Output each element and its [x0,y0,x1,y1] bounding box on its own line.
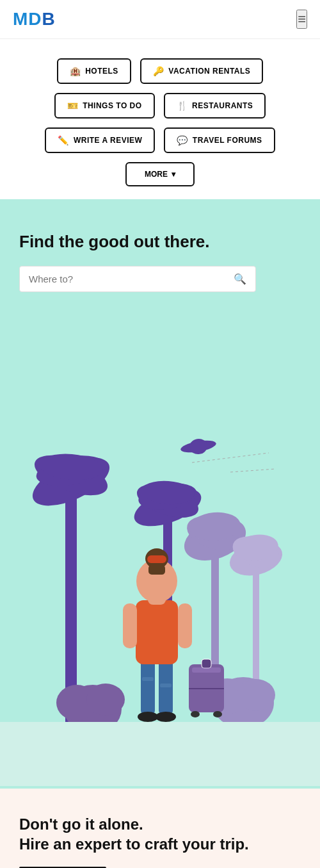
menu-button[interactable]: ≡ [296,10,307,29]
svg-rect-10 [253,562,259,684]
promo-title: Don't go it alone.Hire an expert to craf… [19,814,301,854]
nav-row-1: 🏨 HOTELS 🔑 VACATION RENTALS [57,58,264,84]
things-label: THINGS TO DO [83,101,141,110]
svg-rect-34 [160,684,172,687]
hotels-icon: 🏨 [70,66,81,76]
svg-rect-43 [148,565,165,575]
logo-m: M [13,9,28,29]
logo-b: B [42,9,56,29]
vacation-rentals-btn[interactable]: 🔑 VACATION RENTALS [140,58,264,84]
svg-point-26 [86,684,125,716]
nav-row-4: MORE ▾ [125,162,195,186]
svg-rect-46 [202,659,211,668]
svg-rect-38 [123,603,137,648]
vacation-icon: 🔑 [153,66,164,76]
hero-title: Find the good out there. [19,231,301,253]
restaurants-btn[interactable]: 🍴 RESTAURANTS [164,93,266,119]
svg-point-36 [156,712,176,722]
svg-rect-37 [136,600,178,664]
restaurants-icon: 🍴 [177,101,188,111]
more-label: MORE [145,170,168,179]
hotels-btn[interactable]: 🏨 HOTELS [57,58,131,84]
svg-rect-48 [192,667,221,673]
forums-label: TRAVEL FORUMS [193,136,262,145]
nav-row-2: 🎫 THINGS TO DO 🍴 RESTAURANTS [54,93,266,119]
restaurants-label: RESTAURANTS [192,101,253,110]
svg-rect-30 [0,722,320,786]
review-label: WRITE A REVIEW [74,136,142,145]
svg-point-49 [191,711,200,717]
more-arrow: ▾ [172,170,175,179]
more-btn[interactable]: MORE ▾ [125,162,195,186]
svg-rect-44 [147,555,166,563]
search-submit-btn[interactable]: 🔍 [234,273,246,285]
nav-section: 🏨 HOTELS 🔑 VACATION RENTALS 🎫 THINGS TO … [0,39,320,199]
svg-rect-31 [141,658,155,716]
things-icon: 🎫 [67,101,79,111]
svg-point-35 [138,712,158,722]
hotels-label: HOTELS [85,67,118,76]
header: MDB ≡ [0,0,320,39]
travel-illustration [0,427,320,786]
svg-rect-33 [142,677,154,681]
promo-section: Don't go it alone.Hire an expert to craf… [0,789,320,868]
forums-icon: 💬 [177,135,188,145]
vacation-label: VACATION RENTALS [168,67,250,76]
nav-row-3: ✏️ WRITE A REVIEW 💬 TRAVEL FORUMS [45,127,275,153]
search-input[interactable] [29,274,228,284]
review-icon: ✏️ [58,135,69,145]
logo-d: D [28,9,42,29]
search-icon: 🔍 [234,274,246,284]
svg-point-50 [213,711,222,717]
svg-point-29 [237,679,275,711]
things-to-do-btn[interactable]: 🎫 THINGS TO DO [54,93,155,119]
hero-section: Find the good out there. 🔍 [0,199,320,430]
svg-rect-39 [178,603,192,648]
travel-forums-btn[interactable]: 💬 TRAVEL FORUMS [164,127,275,153]
svg-rect-6 [211,543,219,684]
write-review-btn[interactable]: ✏️ WRITE A REVIEW [45,127,155,153]
logo: MDB [13,9,56,29]
search-bar: 🔍 [19,266,256,292]
illustration-scene [0,427,320,789]
